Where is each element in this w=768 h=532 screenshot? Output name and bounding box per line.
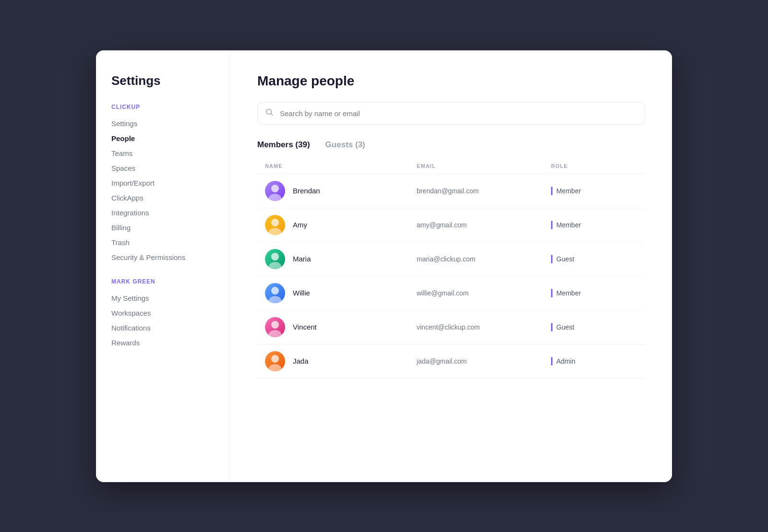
sidebar-item-teams[interactable]: Teams — [111, 146, 215, 161]
role-bar-icon — [551, 357, 552, 366]
sidebar-item-rewards[interactable]: Rewards — [111, 335, 215, 350]
table-header-email: EMAIL — [417, 163, 551, 169]
table-row[interactable]: Brendanbrendan@gmail.comMember — [257, 174, 645, 208]
svg-point-6 — [271, 253, 279, 260]
avatar-vincent — [265, 317, 285, 337]
svg-point-7 — [269, 262, 281, 269]
svg-point-11 — [269, 330, 281, 337]
person-cell-amy: Amy — [265, 215, 417, 235]
sidebar-section-clickup: CLICKUP — [111, 104, 215, 110]
person-cell-jada: Jada — [265, 351, 417, 371]
role-maria: Guest — [551, 255, 637, 263]
table-row[interactable]: Williewillie@gmail.comMember — [257, 276, 645, 310]
page-title: Manage people — [257, 73, 645, 89]
role-text-willie: Member — [556, 289, 581, 297]
role-amy: Member — [551, 221, 637, 229]
svg-point-4 — [271, 219, 279, 226]
svg-point-13 — [269, 364, 281, 371]
sidebar-item-billing[interactable]: Billing — [111, 220, 215, 235]
sidebar-item-clickapps[interactable]: ClickApps — [111, 190, 215, 205]
sidebar-item-workspaces[interactable]: Workspaces — [111, 306, 215, 320]
svg-point-8 — [271, 287, 279, 295]
person-cell-vincent: Vincent — [265, 317, 417, 337]
svg-point-3 — [269, 194, 281, 201]
role-text-jada: Admin — [556, 357, 576, 365]
sidebar-item-my-settings[interactable]: My Settings — [111, 291, 215, 306]
svg-line-1 — [271, 114, 272, 115]
role-bar-icon — [551, 221, 552, 229]
app-window: Settings CLICKUPSettingsPeopleTeamsSpace… — [96, 50, 672, 482]
sidebar-item-security[interactable]: Security & Permissions — [111, 250, 215, 265]
table-row[interactable]: Jadajada@gmail.comAdmin — [257, 344, 645, 378]
role-willie: Member — [551, 289, 637, 297]
email-vincent: vincent@clickup.com — [417, 323, 551, 331]
email-jada: jada@gmail.com — [417, 357, 551, 365]
svg-point-9 — [269, 296, 281, 303]
main-content: Manage people Members (39)Guests (3) NAM… — [230, 50, 672, 482]
sidebar-title: Settings — [111, 73, 215, 88]
table-row[interactable]: Vincentvincent@clickup.comGuest — [257, 310, 645, 344]
tab-members[interactable]: Members (39) — [257, 140, 310, 152]
role-bar-icon — [551, 323, 552, 331]
search-icon — [265, 108, 274, 119]
person-cell-brendan: Brendan — [265, 181, 417, 201]
sidebar-item-import-export[interactable]: Import/Export — [111, 176, 215, 190]
email-amy: amy@gmail.com — [417, 221, 551, 229]
role-bar-icon — [551, 187, 552, 195]
person-name-maria: Maria — [293, 255, 311, 263]
sidebar-item-spaces[interactable]: Spaces — [111, 161, 215, 176]
tab-guests[interactable]: Guests (3) — [325, 140, 365, 152]
tabs-container: Members (39)Guests (3) — [257, 140, 645, 152]
people-table: NAMEEMAILROLE Brendanbrendan@gmail.comMe… — [257, 163, 645, 378]
role-text-brendan: Member — [556, 187, 581, 195]
email-maria: maria@clickup.com — [417, 255, 551, 263]
table-row[interactable]: Mariamaria@clickup.comGuest — [257, 242, 645, 276]
table-header-role: ROLE — [551, 163, 637, 169]
table-row[interactable]: Amyamy@gmail.comMember — [257, 208, 645, 242]
table-header-name: NAME — [265, 163, 417, 169]
sidebar-item-settings[interactable]: Settings — [111, 116, 215, 131]
avatar-amy — [265, 215, 285, 235]
avatar-maria — [265, 249, 285, 269]
person-name-willie: Willie — [293, 289, 310, 297]
role-bar-icon — [551, 289, 552, 297]
svg-point-10 — [271, 321, 279, 329]
sidebar-item-trash[interactable]: Trash — [111, 235, 215, 250]
search-container — [257, 102, 645, 125]
role-vincent: Guest — [551, 323, 637, 331]
role-text-amy: Member — [556, 221, 581, 229]
person-name-brendan: Brendan — [293, 187, 320, 195]
avatar-brendan — [265, 181, 285, 201]
svg-point-12 — [271, 355, 279, 363]
table-header: NAMEEMAILROLE — [257, 163, 645, 174]
person-name-amy: Amy — [293, 221, 307, 229]
avatar-jada — [265, 351, 285, 371]
role-jada: Admin — [551, 357, 637, 366]
role-text-vincent: Guest — [556, 323, 574, 331]
email-willie: willie@gmail.com — [417, 289, 551, 297]
svg-point-2 — [271, 185, 279, 192]
email-brendan: brendan@gmail.com — [417, 187, 551, 195]
search-input[interactable] — [257, 102, 645, 125]
svg-point-5 — [269, 228, 281, 235]
person-name-jada: Jada — [293, 357, 309, 365]
person-cell-willie: Willie — [265, 283, 417, 303]
role-text-maria: Guest — [556, 255, 574, 263]
person-name-vincent: Vincent — [293, 323, 317, 331]
sidebar: Settings CLICKUPSettingsPeopleTeamsSpace… — [96, 50, 230, 482]
avatar-willie — [265, 283, 285, 303]
sidebar-item-integrations[interactable]: Integrations — [111, 205, 215, 220]
role-brendan: Member — [551, 187, 637, 195]
sidebar-item-notifications[interactable]: Notifications — [111, 320, 215, 335]
sidebar-item-people[interactable]: People — [111, 131, 215, 146]
sidebar-section-mark-green: MARK GREEN — [111, 278, 215, 285]
role-bar-icon — [551, 255, 552, 263]
person-cell-maria: Maria — [265, 249, 417, 269]
